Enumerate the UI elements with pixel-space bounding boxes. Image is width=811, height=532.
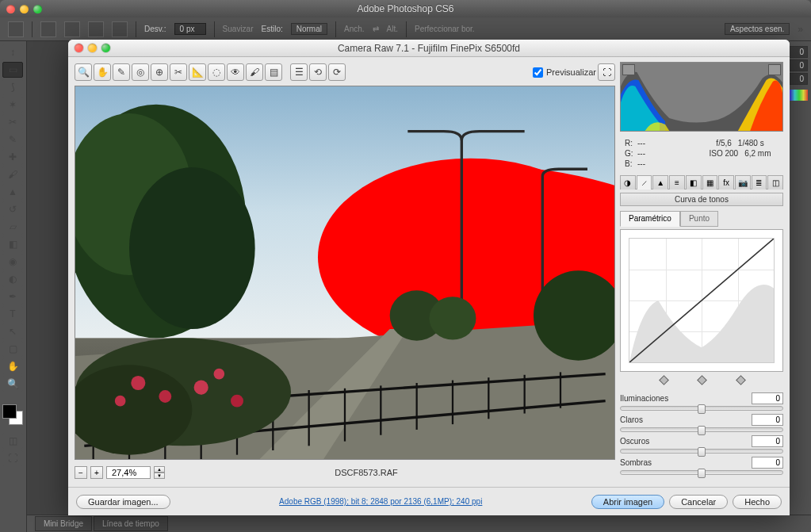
tone-curve-tab-icon[interactable]: ⟋ <box>637 175 652 189</box>
style-select[interactable]: Normal <box>291 23 327 35</box>
curve-region-markers[interactable] <box>628 375 775 386</box>
adjustment-brush-tool-icon[interactable]: 🖌 <box>246 63 263 81</box>
dodge-tool-icon[interactable]: ◐ <box>2 271 23 287</box>
hsl-tab-icon[interactable]: ≡ <box>669 175 685 189</box>
zoom-out-button[interactable]: − <box>75 466 87 479</box>
marquee-tool-preset-icon[interactable] <box>8 21 24 37</box>
point-tab[interactable]: Punto <box>680 211 718 227</box>
svg-point-24 <box>194 381 208 395</box>
white-balance-tool-icon[interactable]: ✎ <box>113 63 130 81</box>
rotate-left-icon[interactable]: ⟲ <box>309 63 327 81</box>
detail-tab-icon[interactable]: ▲ <box>652 175 668 189</box>
slider-thumb[interactable] <box>698 447 706 457</box>
graduated-filter-tool-icon[interactable]: ▤ <box>265 63 282 81</box>
slider-thumb[interactable] <box>698 469 706 478</box>
lights-label: Claros <box>620 415 752 424</box>
selection-new-icon[interactable] <box>40 21 56 37</box>
tone-curve[interactable] <box>620 229 783 372</box>
shape-tool-icon[interactable]: ▢ <box>2 341 23 357</box>
cancel-button[interactable]: Cancelar <box>669 495 728 509</box>
color-swatch[interactable] <box>2 404 23 425</box>
zoom-tool-icon[interactable]: 🔍 <box>75 63 92 81</box>
quickmask-icon[interactable]: ◫ <box>2 433 23 449</box>
presets-tab-icon[interactable]: ≣ <box>752 175 767 189</box>
straighten-tool-icon[interactable]: 📐 <box>189 63 206 81</box>
screenmode-icon[interactable]: ⛶ <box>2 450 23 466</box>
eraser-tool-icon[interactable]: ▱ <box>2 219 23 235</box>
highlights-track[interactable] <box>620 406 783 411</box>
image-preview[interactable] <box>75 86 615 460</box>
crop-tool-icon[interactable]: ✂ <box>2 114 23 130</box>
highlight-clip-warning-icon[interactable] <box>768 64 781 75</box>
shadows-slider: Sombras <box>620 457 783 475</box>
target-adjust-tool-icon[interactable]: ⊕ <box>151 63 168 81</box>
color-sampler-tool-icon[interactable]: ◎ <box>132 63 149 81</box>
lights-input[interactable] <box>752 414 783 426</box>
selection-intersect-icon[interactable] <box>112 21 128 37</box>
workspace-select[interactable]: Aspectos esen. <box>725 23 790 35</box>
chevron-double-right-icon[interactable]: » <box>798 25 803 34</box>
zoom-stepper[interactable]: ▲▼ <box>154 466 165 479</box>
path-select-tool-icon[interactable]: ↖ <box>2 323 23 339</box>
effects-tab-icon[interactable]: fx <box>718 175 734 189</box>
hand-tool-icon[interactable]: ✋ <box>94 63 111 81</box>
blur-tool-icon[interactable]: ◉ <box>2 254 23 270</box>
basic-tab-icon[interactable]: ◑ <box>620 175 636 189</box>
calibration-tab-icon[interactable]: 📷 <box>735 175 751 189</box>
shadows-input[interactable] <box>752 457 783 469</box>
zoom-level[interactable]: 27,4% <box>106 466 151 479</box>
darks-input[interactable] <box>752 435 783 447</box>
stamp-tool-icon[interactable]: ▲ <box>2 184 23 200</box>
cr-footer: Guardar imagen... Adobe RGB (1998); bit … <box>68 487 790 515</box>
lights-track[interactable] <box>620 427 783 432</box>
preview-checkbox-input[interactable] <box>533 67 543 78</box>
parametric-tab[interactable]: Paramétrico <box>620 211 680 227</box>
darks-slider: Oscuros <box>620 435 783 454</box>
fullscreen-toggle-icon[interactable]: ⛶ <box>598 63 615 81</box>
pen-tool-icon[interactable]: ✒ <box>2 289 23 304</box>
wand-tool-icon[interactable]: ✶ <box>2 97 23 113</box>
hand-tool-icon[interactable]: ✋ <box>2 358 23 374</box>
timeline-tab[interactable]: Línea de tiempo <box>94 516 168 531</box>
marquee-tool-icon[interactable]: ▭ <box>2 62 23 78</box>
snapshots-tab-icon[interactable]: ◫ <box>767 175 783 189</box>
eyedropper-tool-icon[interactable]: ✎ <box>2 132 23 147</box>
feather-value[interactable]: 0 px <box>174 23 206 35</box>
zoom-tool-icon[interactable]: 🔍 <box>2 376 23 392</box>
type-tool-icon[interactable]: T <box>2 306 23 322</box>
lens-tab-icon[interactable]: ▦ <box>702 175 718 189</box>
shadows-track[interactable] <box>620 470 783 475</box>
selection-subtract-icon[interactable] <box>88 21 104 37</box>
brush-tool-icon[interactable]: 🖌 <box>2 166 23 182</box>
g-value: --- <box>637 148 645 159</box>
panel-title: Curva de tonos <box>620 193 783 206</box>
slider-thumb[interactable] <box>698 404 706 414</box>
lasso-tool-icon[interactable]: ⟆ <box>2 79 23 95</box>
redeye-tool-icon[interactable]: 👁 <box>227 63 244 81</box>
adjustment-tabs: ◑ ⟋ ▲ ≡ ◧ ▦ fx 📷 ≣ ◫ <box>620 175 783 189</box>
done-button[interactable]: Hecho <box>733 495 782 509</box>
open-image-button[interactable]: Abrir imagen <box>591 495 664 509</box>
darks-track[interactable] <box>620 449 783 454</box>
shutter-value: 1/480 s <box>738 138 764 148</box>
preview-checkbox[interactable]: Previsualizar <box>533 67 596 78</box>
shadow-clip-warning-icon[interactable] <box>622 64 635 75</box>
rotate-right-icon[interactable]: ⟳ <box>328 63 346 81</box>
preferences-icon[interactable]: ☰ <box>290 63 308 81</box>
slider-thumb[interactable] <box>698 426 706 435</box>
foreground-color-swatch[interactable] <box>2 404 17 419</box>
spot-removal-tool-icon[interactable]: ◌ <box>208 63 225 81</box>
gradient-tool-icon[interactable]: ◧ <box>2 236 23 252</box>
histogram[interactable] <box>620 62 783 132</box>
workflow-options-link[interactable]: Adobe RGB (1998); bit 8; 2848 por 2136 (… <box>175 497 587 506</box>
heal-tool-icon[interactable]: ✚ <box>2 149 23 165</box>
selection-add-icon[interactable] <box>64 21 80 37</box>
split-tone-tab-icon[interactable]: ◧ <box>686 175 702 189</box>
zoom-in-button[interactable]: + <box>90 466 103 479</box>
mini-bridge-tab[interactable]: Mini Bridge <box>35 516 92 531</box>
crop-tool-icon[interactable]: ✂ <box>170 63 187 81</box>
save-image-button[interactable]: Guardar imagen... <box>76 495 170 509</box>
move-tool-icon[interactable]: ↕ <box>2 44 23 60</box>
highlights-input[interactable] <box>752 392 783 404</box>
history-brush-tool-icon[interactable]: ↺ <box>2 201 23 217</box>
